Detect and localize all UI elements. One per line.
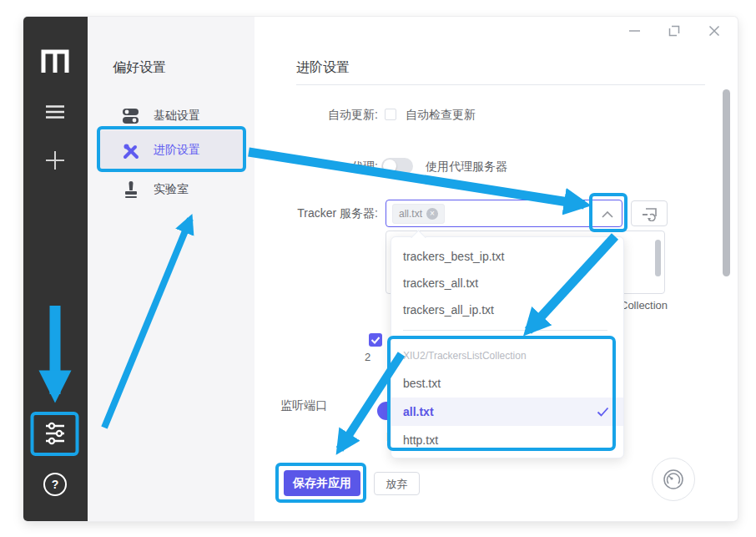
tracker-server-label: Tracker 服务器: (234, 206, 378, 221)
add-task-button[interactable] (44, 149, 66, 171)
sidebar-item-advanced[interactable]: 进阶设置 (100, 130, 244, 170)
dropdown-divider (403, 330, 607, 331)
sidebar-item-label: 实验室 (154, 182, 189, 197)
tracker-tag: all.txt × (392, 204, 445, 224)
app-logo (40, 48, 70, 75)
auto-update-checkbox-label: 自动检查更新 (406, 108, 476, 123)
preferences-title: 偏好设置 (113, 59, 166, 77)
dropdown-option[interactable]: http.txt (391, 426, 623, 454)
minimize-icon (629, 30, 640, 32)
minimize-button[interactable] (627, 25, 643, 37)
m-logo-icon (40, 48, 70, 75)
gauge-icon (662, 468, 685, 491)
listen-port-label: 监听端口 (280, 398, 327, 413)
dropdown-group-label: XIU2/TrackersListCollection (391, 345, 623, 367)
save-apply-button[interactable]: 保存并应用 (284, 470, 360, 496)
dropdown-option[interactable]: trackers_all_ip.txt (391, 296, 623, 324)
tracker-dropdown: trackers_best_ip.txt trackers_all.txt tr… (391, 236, 624, 458)
check-icon (369, 333, 382, 347)
sidebar-item-lab[interactable]: 实验室 (100, 177, 244, 202)
chevron-up-icon[interactable] (602, 211, 613, 218)
preferences-button[interactable] (43, 422, 67, 445)
task-list-button[interactable] (44, 104, 66, 119)
auto-update-label: 自动更新: (234, 108, 378, 123)
auto-update-checkbox[interactable] (385, 109, 396, 120)
maximize-icon (668, 24, 681, 38)
toggles-icon (122, 108, 140, 124)
panel-scrollbar-thumb[interactable] (723, 89, 730, 276)
stamp-icon (123, 180, 139, 199)
tracker-tag-label: all.txt (399, 208, 422, 220)
discard-button[interactable]: 放弃 (374, 472, 420, 495)
sliders-icon (43, 422, 67, 445)
dropdown-option[interactable]: trackers_all.txt (391, 269, 623, 297)
section-divider (296, 84, 705, 85)
tools-icon (122, 142, 140, 160)
proxy-toggle-label: 使用代理服务器 (426, 160, 507, 175)
close-button[interactable] (708, 24, 721, 38)
textarea-scrollbar-thumb[interactable] (655, 240, 661, 276)
app-sidebar (23, 17, 88, 521)
checked-checkbox-fragment (369, 333, 382, 347)
preferences-panel (88, 17, 255, 521)
tracker-server-input[interactable]: all.txt × (386, 200, 622, 227)
toggle-knob (383, 160, 396, 173)
plus-icon (44, 149, 66, 171)
sidebar-item-label: 进阶设置 (154, 143, 200, 158)
maximize-button[interactable] (668, 24, 681, 38)
dropdown-option-selected[interactable]: all.txt (391, 398, 623, 426)
sidebar-item-basic[interactable]: 基础设置 (100, 104, 244, 129)
tag-remove-icon[interactable]: × (426, 208, 438, 220)
proxy-toggle[interactable] (381, 158, 413, 175)
sync-tracker-button[interactable] (631, 200, 668, 226)
section-title: 进阶设置 (296, 59, 350, 77)
interval-text-fragment: 2 (365, 351, 370, 363)
dropdown-option[interactable]: best.txt (391, 369, 623, 398)
sync-icon (642, 207, 658, 221)
question-icon: ? (52, 478, 59, 491)
sidebar-item-label: 基础设置 (154, 109, 200, 124)
hint-text-fragment: Collection (620, 299, 668, 312)
screenshot-stage: ? 偏好设置 基础设置 进阶设置 实验室 进阶设置 自动更新: 自动检 (0, 0, 756, 537)
help-button[interactable]: ? (43, 473, 67, 496)
speed-limit-button[interactable] (652, 458, 695, 501)
close-icon (708, 24, 721, 38)
hamburger-icon (44, 104, 66, 119)
proxy-label: 代理: (234, 160, 378, 175)
checkmark-icon (597, 407, 609, 417)
dropdown-option[interactable]: trackers_best_ip.txt (391, 242, 623, 271)
